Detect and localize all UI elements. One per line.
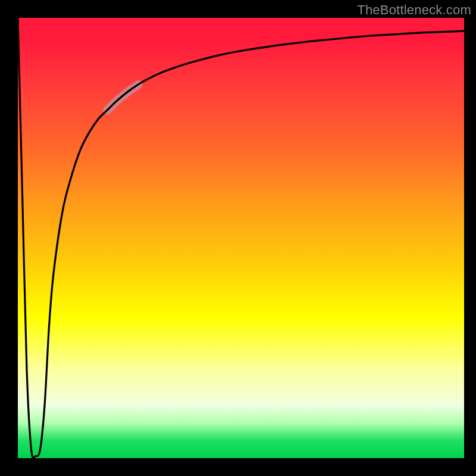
axis-left-border <box>0 0 18 476</box>
watermark-label: TheBottleneck.com <box>357 2 471 18</box>
bottleneck-curve <box>18 18 464 458</box>
axis-bottom-border <box>0 458 476 476</box>
bottleneck-chart: TheBottleneck.com <box>0 0 476 476</box>
curve-overlay <box>18 18 464 458</box>
